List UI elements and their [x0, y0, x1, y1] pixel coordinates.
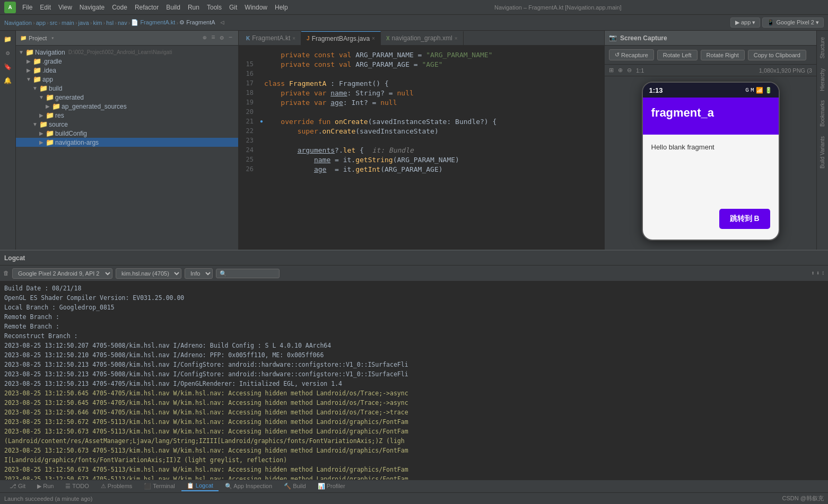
menu-window[interactable]: Window	[241, 3, 271, 12]
rotate-right-label: Rotate Right	[707, 52, 739, 58]
menu-build[interactable]: Build	[163, 3, 184, 12]
logcat-device-select[interactable]: Google Pixel 2 Android 9, API 2	[12, 268, 112, 279]
logcat-scroll-top[interactable]: ⬆	[811, 270, 815, 277]
tree-app[interactable]: ▼ 📁 app	[16, 75, 238, 84]
btab-profiler[interactable]: 📊 Profiler	[312, 482, 351, 491]
code-content[interactable]: private const val ARG_PARAM_NAME = "ARG_…	[239, 46, 604, 250]
tab-fragmenta-kt[interactable]: K FragmentA.kt ×	[241, 31, 301, 45]
menu-file[interactable]: File	[19, 3, 36, 12]
back-icon[interactable]: ◁	[221, 19, 224, 26]
recapture-button[interactable]: ↺ Recapture	[609, 49, 654, 60]
tab-fragmenta-kt-close[interactable]: ×	[292, 36, 295, 41]
logcat-search-input[interactable]	[216, 269, 280, 278]
menu-view[interactable]: View	[55, 3, 75, 12]
btab-logcat[interactable]: 📋 Logcat	[181, 481, 219, 491]
breadcrumb-hsl[interactable]: hsl	[106, 20, 114, 26]
breadcrumb-file[interactable]: 📄 FragmentA.kt	[131, 19, 175, 26]
tree-root[interactable]: ▼ 📁 Navigation D:\002_Project\002_Androi…	[16, 48, 238, 57]
btab-todo[interactable]: ☰ TODO	[60, 482, 94, 491]
source-arrow: ▼	[32, 121, 38, 127]
ap-arrow: ▶	[45, 103, 51, 109]
menu-code[interactable]: Code	[109, 3, 130, 12]
tree-buildconfig[interactable]: ▶ 📁 buildConfig	[16, 129, 238, 138]
copy-clipboard-button[interactable]: Copy to Clipboard	[748, 50, 806, 60]
ap-label: ap_generated_sources	[62, 103, 127, 110]
breadcrumb-nav[interactable]: nav	[118, 20, 127, 26]
logcat-content[interactable]: Build Date : 08/21/18 OpenGL ES Shader C…	[0, 281, 828, 480]
breadcrumb-app[interactable]: app	[36, 20, 46, 26]
breadcrumb-src[interactable]: src	[50, 20, 58, 26]
tree-idea[interactable]: ▶ 📁 .idea	[16, 66, 238, 75]
buildconfig-folder-icon: 📁	[46, 129, 54, 137]
logcat-scroll-bottom[interactable]: ⬇	[816, 270, 820, 277]
run-config-btn[interactable]: ▶ app ▾	[730, 17, 760, 28]
device-btn[interactable]: 📱 Google Pixel 2 ▾	[762, 17, 824, 28]
menu-tools[interactable]: Tools	[204, 3, 225, 12]
generated-folder-icon: 📁	[46, 93, 54, 101]
tree-gradle[interactable]: ▶ 📁 .gradle	[16, 57, 238, 66]
settings-btn[interactable]: ⚙	[219, 33, 225, 42]
menu-help[interactable]: Help	[272, 3, 291, 12]
code-line-20: 20	[239, 107, 604, 117]
tree-source[interactable]: ▼ 📁 source	[16, 120, 238, 129]
logcat-tag-select[interactable]: kim.hsl.nav (4705)	[116, 268, 181, 279]
navargs-folder-icon: 📁	[46, 138, 54, 146]
zoom-in-icon[interactable]: ⊕	[618, 67, 623, 74]
tree-ap-generated[interactable]: ▶ 📁 ap_generated_sources	[16, 102, 238, 111]
logcat-wrap[interactable]: ↕	[821, 270, 825, 277]
tabs-bar: Navigation › app › src › main › java › k…	[0, 15, 828, 31]
status-text: Launch succeeded (a minute ago)	[4, 496, 92, 502]
notifications-icon[interactable]: 🔔	[2, 74, 14, 87]
log-line-fontfam2: 2023-08-25 13:12:50.673 4705-5113/kim.hs…	[0, 427, 828, 436]
tree-generated[interactable]: ▼ 📁 generated	[16, 93, 238, 102]
breadcrumb-java[interactable]: java	[79, 20, 89, 26]
r-tab-hierarchy[interactable]: Hierarchy	[818, 64, 826, 95]
close-panel-btn[interactable]: −	[227, 33, 234, 42]
r-tab-structure[interactable]: Structure	[818, 33, 826, 63]
menu-navigate[interactable]: Navigate	[76, 3, 108, 12]
zoom-out-icon[interactable]: ⊖	[627, 67, 632, 74]
breadcrumb-class[interactable]: ⚙ FragmentA	[179, 19, 215, 26]
tab-fragmentbargs-java[interactable]: J FragmentBArgs.java ×	[301, 31, 381, 45]
btab-run[interactable]: ▶ Run	[32, 482, 59, 491]
btab-problems[interactable]: ⚠ Problems	[95, 482, 138, 491]
goto-b-button[interactable]: 跳转到 B	[719, 209, 770, 229]
project-panel: 📁 Project ▾ ⊕ ≡ ⚙ − ▼ 📁 Navigation D:\00…	[16, 31, 239, 250]
bookmarks-icon[interactable]: 🔖	[2, 60, 14, 73]
breadcrumb-navigation[interactable]: Navigation	[4, 20, 32, 26]
panel-dropdown-icon[interactable]: ▾	[51, 35, 54, 41]
project-icon[interactable]: 📁	[2, 33, 14, 46]
btab-app-inspection[interactable]: 🔍 App Inspection	[220, 482, 277, 491]
tab-nav-graph-xml[interactable]: X navigation_graph.xml ×	[381, 31, 464, 45]
tree-res[interactable]: ▶ 📁 res	[16, 111, 238, 120]
structure-icon[interactable]: ⚙	[2, 47, 14, 59]
menu-git[interactable]: Git	[226, 3, 240, 12]
collapse-btn[interactable]: ≡	[210, 33, 216, 42]
tree-navigation-args[interactable]: ▶ 📁 navigation-args	[16, 138, 238, 147]
root-path: D:\002_Project\002_Android_Learn\Navigat…	[68, 49, 172, 55]
btab-build[interactable]: 🔨 Build	[278, 482, 311, 491]
logcat-header: Logcat	[0, 251, 828, 266]
breadcrumb-kim[interactable]: kim	[93, 20, 102, 26]
tab-fragmenta-kt-label: FragmentA.kt	[252, 34, 290, 42]
log-line-fontfam1: 2023-08-25 13:12:50.672 4705-5113/kim.hs…	[0, 417, 828, 427]
clear-log-icon[interactable]: 🗑	[3, 270, 9, 277]
menu-edit[interactable]: Edit	[37, 3, 54, 12]
log-line-fontaxis: (Landroid/content/res/AssetManager;Ljava…	[0, 436, 828, 446]
menu-run[interactable]: Run	[185, 3, 203, 12]
tab-navgraph-close[interactable]: ×	[455, 36, 458, 41]
btab-terminal[interactable]: ⬛ Terminal	[138, 482, 180, 491]
logcat-level-select[interactable]: Info	[185, 268, 213, 279]
rotate-right-button[interactable]: Rotate Right	[701, 50, 745, 60]
tree-build[interactable]: ▼ 📁 build	[16, 84, 238, 93]
btab-git[interactable]: ⎇ Git	[4, 482, 31, 491]
sync-btn[interactable]: ⊕	[201, 33, 208, 42]
tab-fragmentbargs-close[interactable]: ×	[372, 36, 375, 41]
menu-refactor[interactable]: Refactor	[132, 3, 162, 12]
rotate-left-button[interactable]: Rotate Left	[657, 50, 698, 60]
phone-app-title: fragment_a	[651, 106, 770, 120]
r-tab-variants[interactable]: Build Variants	[818, 132, 826, 173]
breadcrumb-main[interactable]: main	[62, 20, 74, 26]
r-tab-bookmarks[interactable]: Bookmarks	[818, 96, 826, 131]
idea-label: .idea	[42, 67, 56, 74]
